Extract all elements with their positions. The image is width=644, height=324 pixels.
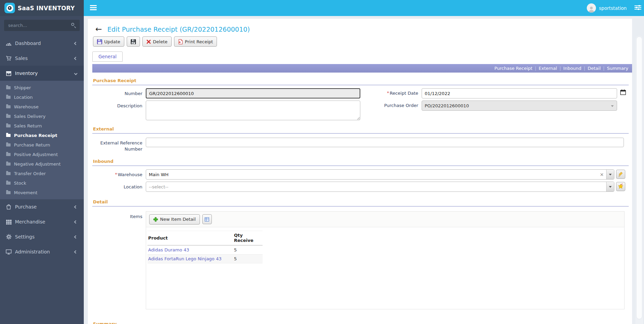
purchase-order-select[interactable]: PO/2022012600010 (422, 101, 617, 111)
number-field[interactable] (146, 88, 360, 98)
required-asterisk: * (115, 172, 117, 177)
sidebar-item-sales-delivery[interactable]: Sales Delivery (0, 111, 84, 121)
sidebar-item-transfer-order[interactable]: Transfer Order (0, 169, 84, 178)
anchor-summary[interactable]: Summary (607, 66, 628, 71)
sidebar-item-negative-adjustment[interactable]: Negative Adjustment (0, 159, 84, 169)
sidebar-item-stock[interactable]: Stock (0, 178, 84, 188)
save-icon-button[interactable] (127, 36, 140, 47)
sub-item-label: Negative Adjustment (14, 161, 61, 167)
folder-icon (6, 134, 11, 137)
grid-cells-icon (5, 219, 12, 225)
folder-icon (6, 105, 11, 108)
sidebar-item-merchandise[interactable]: Merchandise (0, 214, 84, 229)
sub-item-label: Purchase Receipt (14, 133, 57, 138)
edit-warehouse-button[interactable] (616, 170, 625, 179)
sidebar-item-purchase-return[interactable]: Purchase Return (0, 140, 84, 150)
anchor-external[interactable]: External (539, 66, 557, 71)
warehouse-select[interactable]: Main WH × (146, 169, 614, 180)
cart-icon (5, 56, 12, 61)
new-item-detail-label: New Item Detail (160, 217, 196, 222)
sidebar-item-purchase-receipt[interactable]: Purchase Receipt (0, 130, 84, 140)
search-input[interactable] (4, 20, 80, 31)
sub-item-label: Transfer Order (14, 171, 46, 176)
sidebar-item-movement[interactable]: Movement (0, 188, 84, 197)
folder-icon (6, 96, 11, 99)
sidebar-item-sales[interactable]: Sales (0, 51, 84, 66)
settings-sliders-icon[interactable] (634, 5, 641, 12)
folder-icon (6, 191, 11, 194)
datasheet-view-button[interactable] (202, 214, 212, 224)
warehouse-dropdown-button[interactable] (606, 170, 614, 179)
chevron-left-icon (74, 57, 78, 60)
datasheet-icon (205, 217, 209, 221)
inventory-submenu: Shipper Location Warehouse Sales Deliver… (0, 81, 84, 199)
warehouse-label: *Warehouse (92, 169, 142, 178)
location-label: Location (92, 182, 142, 190)
product-link[interactable]: Adidas FortaRun Lego Ninjago 43 (148, 256, 221, 261)
sidebar-item-inventory[interactable]: Inventory (0, 66, 84, 81)
scrollbar-thumb[interactable] (636, 36, 642, 319)
purchase-order-label: Purchase Order (360, 101, 418, 108)
receipt-date-label: *Receipt Date (360, 88, 418, 96)
page-title[interactable]: Edit Purchase Receipt (GR/2022012600010) (107, 26, 250, 33)
delete-x-icon (146, 40, 151, 44)
location-placeholder: --select-- (146, 184, 606, 189)
desktop-icon (5, 249, 12, 254)
column-header-product[interactable]: Product (147, 231, 233, 246)
external-reference-number-field[interactable] (146, 138, 624, 147)
sidebar-item-label: Merchandise (15, 219, 45, 225)
brand-title: SaaS INVENTORY (18, 5, 75, 12)
qty-receive-value: 5 (233, 245, 263, 254)
user-avatar[interactable] (587, 3, 596, 13)
sidebar-item-administration[interactable]: Administration (0, 244, 84, 259)
brand: SaaS INVENTORY (0, 0, 84, 16)
sidebar-item-sales-return[interactable]: Sales Return (0, 121, 84, 130)
hamburger-menu-icon[interactable] (90, 5, 97, 16)
location-dropdown-button[interactable] (606, 182, 614, 191)
folder-icon (6, 163, 11, 166)
location-select[interactable]: --select-- (146, 182, 614, 192)
new-location-button[interactable] (616, 182, 625, 191)
chevron-down-icon (74, 72, 78, 75)
section-heading-summary: Summary (92, 320, 629, 324)
print-receipt-button[interactable]: A Print Receipt (174, 36, 217, 47)
back-arrow-icon[interactable]: ← (95, 25, 102, 33)
sidebar-item-dashboard[interactable]: Dashboard (0, 36, 84, 51)
items-table: Product Qty Receive Adidas Duramo 43 5 A… (147, 231, 263, 263)
page-card: ← Edit Purchase Receipt (GR/202201260001… (88, 19, 632, 324)
anchor-inbound[interactable]: Inbound (563, 66, 581, 71)
table-row: Adidas FortaRun Lego Ninjago 43 5 (147, 254, 263, 263)
calendar-icon[interactable] (620, 89, 626, 96)
archive-box-icon (5, 71, 12, 76)
section-heading-detail: Detail (92, 198, 629, 206)
search-icon[interactable] (71, 22, 76, 28)
sidebar-item-purchase[interactable]: Purchase (0, 199, 84, 214)
update-button[interactable]: Update (93, 36, 124, 47)
update-label: Update (104, 39, 120, 44)
column-header-qty-receive[interactable]: Qty Receive (233, 231, 263, 246)
folder-icon (6, 124, 11, 127)
new-item-detail-button[interactable]: New Item Detail (149, 214, 200, 225)
anchor-detail[interactable]: Detail (587, 66, 600, 71)
folder-icon (6, 86, 11, 89)
anchor-purchase-receipt[interactable]: Purchase Receipt (494, 66, 533, 71)
external-reference-number-label: External Reference Number (92, 138, 142, 152)
vertical-scrollbar[interactable] (635, 36, 643, 324)
section-heading-inbound: Inbound (92, 157, 629, 166)
username[interactable]: sportstation (599, 5, 627, 11)
section-heading-external: External (92, 125, 629, 134)
sidebar-item-settings[interactable]: Settings (0, 229, 84, 244)
star-pencil-icon (618, 184, 624, 189)
clear-selection-icon[interactable]: × (597, 172, 606, 177)
sub-item-label: Positive Adjustment (14, 152, 58, 157)
description-field[interactable] (146, 101, 360, 120)
delete-button[interactable]: Delete (142, 36, 172, 47)
receipt-date-field[interactable] (422, 88, 617, 98)
sidebar-item-warehouse[interactable]: Warehouse (0, 102, 84, 111)
sidebar-item-positive-adjustment[interactable]: Positive Adjustment (0, 150, 84, 159)
sidebar-item-location[interactable]: Location (0, 92, 84, 102)
chevron-left-icon (74, 220, 78, 223)
tab-general[interactable]: General (92, 51, 123, 62)
product-link[interactable]: Adidas Duramo 43 (148, 247, 189, 252)
sidebar-item-shipper[interactable]: Shipper (0, 83, 84, 92)
